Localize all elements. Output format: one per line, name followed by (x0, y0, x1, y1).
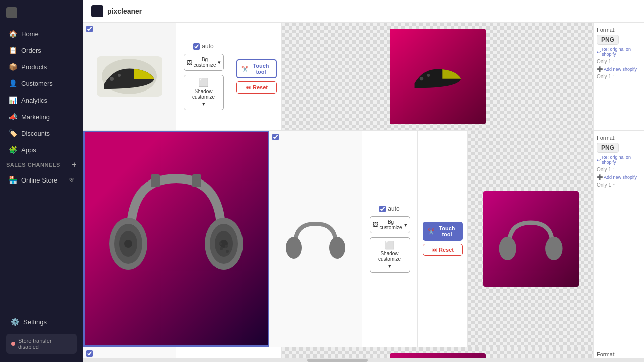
row-headphones-checkbox[interactable] (272, 134, 279, 140)
output-bag (390, 353, 486, 358)
sidebar-logo (0, 0, 83, 25)
products-table: auto 🖼 Bg customize ▾ ⬜ Shadow customize… (83, 23, 644, 358)
svg-point-14 (124, 240, 132, 248)
scroll-thumb[interactable] (307, 359, 368, 362)
sidebar-item-marketing-label: Marketing (21, 113, 50, 121)
sidebar-item-home[interactable]: 🏠 Home (2, 26, 81, 42)
col-tools-bag: ✂️ Touch tool ⏮ Reset (231, 347, 282, 358)
svg-point-4 (419, 77, 423, 80)
shadow-customize-btn-shoe[interactable]: ⬜ Shadow customize ▾ (184, 75, 224, 110)
shopify-original-link-headphones[interactable]: ↩ Re: original on shopify (597, 155, 641, 165)
reset-icon2: ⏮ (431, 247, 437, 253)
format-value-shoe: PNG (597, 35, 619, 45)
shadow-icon: ⬜ (199, 78, 209, 87)
add-shopify-link-headphones[interactable]: ➕ Add new shopify (597, 174, 641, 180)
content-area[interactable]: auto 🖼 Bg customize ▾ ⬜ Shadow customize… (83, 23, 644, 358)
sidebar-item-apps[interactable]: 🧩 Apps (2, 142, 81, 158)
sidebar-item-orders[interactable]: 📋 Orders (2, 42, 81, 58)
headphones-output (496, 204, 566, 274)
add-icon: ➕ (597, 66, 603, 72)
analytics-icon: 📊 (8, 96, 17, 104)
col-format-shoe: Format: PNG ↩ Re: original on shopify On… (594, 23, 644, 130)
replace-icon2: ↩ (597, 157, 601, 163)
home-icon: 🏠 (8, 30, 17, 38)
col-format-headphones: Format: PNG ↩ Re: original on shopify On… (594, 131, 644, 347)
svg-rect-12 (151, 174, 160, 187)
sidebar-item-marketing[interactable]: 📣 Marketing (2, 109, 81, 125)
format-label-headphones: Format: (597, 135, 641, 141)
shopify-original-link-shoe[interactable]: ↩ Re: original on shopify (597, 47, 641, 57)
topbar-title: pixcleaner (107, 7, 142, 15)
auto-check-headphones[interactable] (379, 206, 386, 212)
bg-customize-btn-shoe[interactable]: 🖼 Bg customize ▾ (184, 54, 224, 71)
sidebar-item-discounts[interactable]: 🏷️ Discounts (2, 125, 81, 141)
col-output-bag (282, 347, 594, 358)
auto-label-shoe: auto (202, 43, 213, 50)
svg-point-3 (118, 74, 121, 77)
sales-channels-label: SALES CHANNELS (6, 162, 60, 168)
svg-point-20 (286, 237, 302, 259)
sidebar-item-orders-label: Orders (21, 47, 41, 54)
sidebar-item-analytics-label: Analytics (21, 97, 47, 104)
discounts-icon: 🏷️ (8, 129, 17, 137)
col-format-bag: Format: PNG ↩ Re: original on shopify On… (594, 347, 644, 358)
auto-check-shoe[interactable] (193, 43, 200, 50)
touch-tool-btn-headphones[interactable]: ✂️ Touch tool (423, 222, 463, 241)
sidebar-item-apps-label: Apps (21, 146, 36, 154)
shoe-thumbnail (94, 41, 165, 112)
row-small-thumb-headphones (269, 131, 362, 347)
sidebar-item-products[interactable]: 📦 Products (2, 59, 81, 75)
auto-checkbox-shoe: auto (193, 43, 213, 50)
col-tools-headphones: ✂️ Touch tool ⏮ Reset (418, 131, 468, 347)
sales-channels-section: SALES CHANNELS + (0, 158, 83, 171)
orders-icon: 📋 (8, 46, 17, 54)
sidebar-bottom: ⚙️ Settings Store transfer disabled (0, 309, 83, 362)
sidebar-item-customers[interactable]: 👤 Customers (2, 75, 81, 92)
row-shoe-checkbox[interactable] (86, 26, 93, 32)
expanded-row: auto 🖼 Bg customize ▾ ⬜ Shadow customize… (83, 131, 644, 347)
col-tools-shoe: ✂️ Touch tool ⏮ Reset (231, 23, 282, 130)
add-shopify-link-shoe[interactable]: ➕ Add new shopify (597, 66, 641, 72)
sidebar-item-analytics[interactable]: 📊 Analytics (2, 92, 81, 108)
svg-rect-13 (192, 174, 201, 187)
add-icon2: ➕ (597, 174, 603, 180)
replace-icon: ↩ (597, 49, 601, 55)
col-output-headphones (468, 131, 594, 347)
scrollbar-bottom (83, 358, 644, 362)
add-channel-button[interactable]: + (72, 160, 77, 169)
sidebar-nav: 🏠 Home 📋 Orders 📦 Products 👤 Customers 📊… (0, 25, 83, 309)
sidebar-item-products-label: Products (21, 63, 47, 71)
settings-icon: ⚙️ (10, 318, 19, 326)
row-bag-checkbox[interactable] (86, 350, 93, 357)
output-headphones (483, 191, 579, 287)
sidebar-item-online-store[interactable]: 🏪 Online Store 👁 (2, 172, 81, 188)
store-transfer-notice: Store transfer disabled (6, 334, 77, 354)
reset-btn-headphones[interactable]: ⏮ Reset (423, 244, 463, 256)
output-shoe (390, 29, 486, 124)
online-store-icon: 🏪 (8, 176, 17, 184)
only-label2-shoe: Only 1 ↑ (597, 74, 641, 79)
products-icon: 📦 (8, 63, 17, 71)
sidebar-item-settings[interactable]: ⚙️ Settings (4, 314, 79, 330)
col-thumb-shoe (83, 23, 176, 130)
format-label-bag: Format: (597, 351, 641, 357)
bg-customize-btn-headphones[interactable]: 🖼 Bg customize ▾ (370, 216, 410, 233)
col-controls-headphones: auto 🖼 Bg customize ▾ ⬜ Shadow customize… (362, 131, 418, 347)
touch-tool-btn-shoe[interactable]: ✂️ Touch tool (236, 59, 277, 78)
bg-icon: 🖼 (187, 59, 192, 65)
scissors-icon2: ✂️ (428, 228, 435, 235)
eye-icon: 👁 (69, 176, 75, 184)
col-controls-bag: auto 🖼 Bg customize ▾ ⬜ Shadow customize… (176, 347, 231, 358)
col-output-shoe (282, 23, 594, 130)
format-label-shoe: Format: (597, 27, 641, 33)
format-value-headphones: PNG (597, 143, 619, 153)
table-row-bag: 🗑 (83, 347, 644, 358)
reset-btn-shoe[interactable]: ⏮ Reset (236, 81, 277, 94)
shadow-customize-btn-headphones[interactable]: ⬜ Shadow customize ▾ (370, 237, 410, 273)
svg-point-22 (499, 237, 516, 260)
svg-point-17 (220, 247, 223, 250)
svg-point-23 (545, 237, 562, 260)
svg-point-18 (226, 250, 229, 253)
sidebar-settings-label: Settings (23, 318, 47, 326)
store-transfer-label: Store transfer disabled (18, 338, 72, 350)
